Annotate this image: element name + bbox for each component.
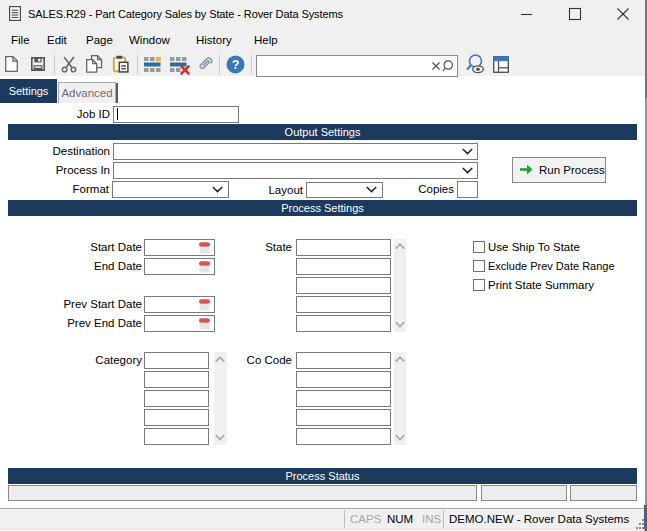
svg-text:?: ? (232, 58, 240, 72)
